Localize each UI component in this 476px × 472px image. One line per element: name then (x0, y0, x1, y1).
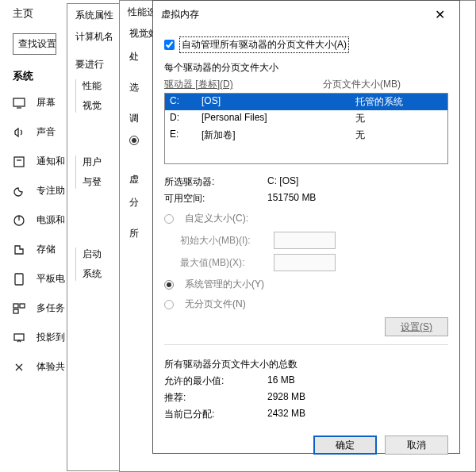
each-drive-label: 每个驱动器的分页文件大小 (164, 61, 448, 75)
nav-icon (13, 97, 25, 109)
drive-letter: C: (170, 95, 202, 109)
drive-row[interactable]: D:[Personal Files]无 (165, 110, 447, 127)
nav-label: 存储 (36, 243, 56, 256)
nav-icon (13, 155, 25, 168)
nav-icon (13, 185, 25, 198)
radio-no-paging (164, 300, 174, 309)
drive-row[interactable]: E:[新加卷]无 (165, 127, 447, 144)
drive-size: 无 (355, 129, 443, 142)
max-size-input (274, 254, 336, 271)
totals-title: 所有驱动器分页文件大小的总数 (164, 358, 448, 371)
nav-label: 投影到 (36, 331, 65, 344)
svg-rect-0 (13, 98, 25, 106)
currently-allocated-value: 2432 MB (267, 408, 448, 421)
nav-icon (13, 244, 25, 256)
dialog-title: 虚拟内存 (161, 8, 199, 21)
drive-size: 托管的系统 (355, 95, 443, 109)
settings-search-box[interactable]: 查找设置 (13, 33, 56, 55)
free-space-value: 151750 MB (267, 192, 448, 205)
svg-rect-7 (13, 304, 18, 308)
ok-button[interactable]: 确定 (313, 436, 377, 455)
system-managed-label: 系统管理的大小(Y) (185, 278, 264, 291)
nav-label: 多任务 (36, 301, 65, 315)
currently-allocated-label: 当前已分配: (164, 408, 267, 421)
min-allowed-value: 16 MB (267, 374, 448, 388)
drive-list[interactable]: C:[OS]托管的系统D:[Personal Files]无E:[新加卷]无 (164, 93, 448, 164)
column-drive: 驱动器 [卷标](D) (164, 78, 323, 91)
max-size-label: 最大值(MB)(X): (180, 256, 267, 270)
drive-size: 无 (355, 112, 443, 125)
column-size: 分页文件大小(MB) (323, 78, 401, 91)
auto-manage-checkbox-input[interactable] (164, 40, 175, 50)
close-icon[interactable]: ✕ (428, 7, 451, 22)
radio-system-managed (164, 280, 174, 290)
svg-rect-2 (14, 157, 24, 167)
initial-size-label: 初始大小(MB)(I): (180, 234, 267, 248)
nav-icon (13, 332, 25, 344)
drive-label: [新加卷] (202, 129, 355, 142)
initial-size-input (274, 232, 336, 249)
nav-label: 通知和 (36, 155, 65, 168)
selected-drive-value: C: [OS] (267, 175, 448, 189)
nav-label: 屏幕 (36, 96, 56, 109)
svg-rect-10 (14, 334, 24, 340)
nav-icon (13, 214, 25, 227)
auto-manage-checkbox[interactable]: 自动管理所有驱动器的分页文件大小(A) (164, 36, 448, 53)
drive-label: [Personal Files] (202, 112, 355, 125)
radio-option[interactable] (129, 136, 139, 145)
nav-icon (13, 361, 25, 374)
auto-manage-label: 自动管理所有驱动器的分页文件大小(A) (179, 36, 349, 53)
nav-label: 平板电 (36, 272, 65, 286)
min-allowed-label: 允许的最小值: (164, 374, 267, 388)
selected-drive-label: 所选驱动器: (164, 175, 267, 189)
custom-size-label: 自定义大小(C): (185, 212, 248, 225)
virtual-memory-dialog: 虚拟内存 ✕ 自动管理所有驱动器的分页文件大小(A) 每个驱动器的分页文件大小 … (152, 0, 460, 454)
nav-label: 声音 (36, 125, 56, 139)
radio-custom-size (164, 214, 174, 224)
nav-icon (13, 126, 25, 139)
nav-label: 电源和 (36, 213, 65, 227)
svg-rect-6 (15, 274, 23, 285)
svg-rect-8 (20, 304, 25, 308)
no-paging-label: 无分页文件(N) (185, 297, 246, 311)
drive-label: [OS] (202, 95, 355, 109)
nav-icon (13, 302, 25, 315)
drive-letter: E: (170, 129, 202, 142)
recommended-label: 推荐: (164, 391, 267, 405)
drive-letter: D: (170, 112, 202, 125)
cancel-button[interactable]: 取消 (385, 436, 448, 455)
nav-icon (13, 273, 25, 286)
set-button: 设置(S) (385, 317, 448, 336)
svg-rect-9 (13, 309, 18, 313)
drive-row[interactable]: C:[OS]托管的系统 (165, 94, 447, 110)
free-space-label: 可用空间: (164, 192, 267, 205)
nav-label: 专注助 (36, 184, 65, 198)
nav-label: 体验共 (36, 360, 65, 374)
recommended-value: 2928 MB (267, 391, 448, 405)
